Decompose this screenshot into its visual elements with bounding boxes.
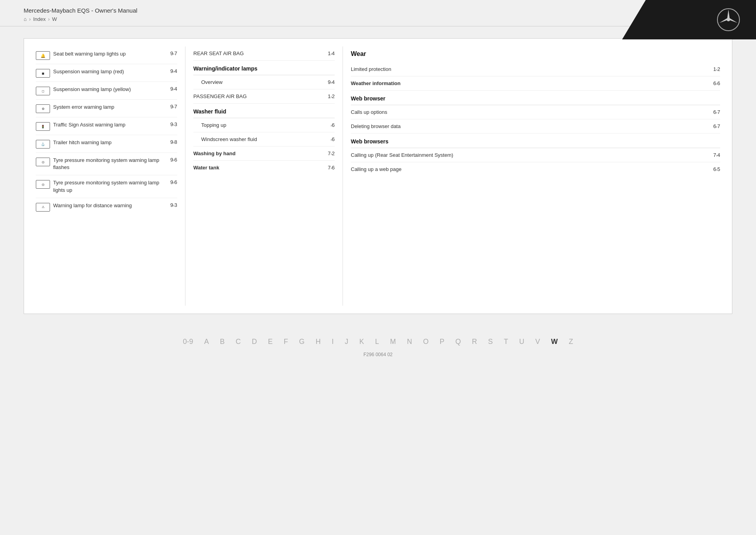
entry-label[interactable]: Suspension warning lamp (yellow) [53, 86, 167, 93]
svg-point-1 [727, 18, 730, 21]
tyre-lights-icon: ◎ [36, 180, 50, 189]
breadcrumb: ⌂ › Index › W [24, 16, 137, 22]
list-item: Water tank 7›6 [193, 161, 335, 175]
entry-page[interactable]: ›6 [331, 122, 335, 128]
entry-label[interactable]: Washing by hand [193, 150, 325, 156]
section-header-web-browsers: Web browsers [351, 134, 720, 148]
list-item: Weather information 6›6 [351, 76, 720, 91]
entry-page[interactable]: 9›4 [170, 86, 177, 92]
entry-page[interactable]: 9›8 [170, 139, 177, 145]
list-item: Limited protection 1›2 [351, 62, 720, 76]
alpha-item-b[interactable]: B [220, 338, 224, 346]
suspension-red-icon: ◼ [36, 69, 50, 78]
footer-code: F296 0064 02 [0, 350, 756, 363]
entry-label[interactable]: Calling up (Rear Seat Entertainment Syst… [351, 152, 710, 158]
entry-page[interactable]: 9›3 [170, 202, 177, 208]
alpha-item-d[interactable]: D [252, 338, 257, 346]
list-item: ⚠ Warning lamp for distance warning 9›3 [36, 198, 177, 215]
alpha-item-j[interactable]: J [345, 338, 348, 346]
alpha-item-s[interactable]: S [488, 338, 493, 346]
entry-label[interactable]: Windscreen washer fluid [201, 136, 328, 142]
entry-page[interactable]: 9›7 [170, 104, 177, 110]
right-column: Wear Limited protection 1›2 Weather info… [343, 46, 720, 306]
traffic-sign-icon: 🚦 [36, 122, 50, 131]
distance-warning-icon: ⚠ [36, 203, 50, 212]
alpha-item-i[interactable]: I [332, 338, 334, 346]
alpha-item-z[interactable]: Z [569, 338, 573, 346]
content-panel: 🔔 Seat belt warning lamp lights up 9›7 ◼… [24, 38, 732, 314]
entry-page[interactable]: 6›5 [713, 166, 720, 172]
entry-label[interactable]: Trailer hitch warning lamp [53, 139, 167, 146]
entry-page[interactable]: 9›4 [328, 79, 335, 85]
entry-page[interactable]: 6›7 [713, 109, 720, 115]
entry-page[interactable]: 1›2 [328, 93, 335, 99]
breadcrumb-sep-2: › [48, 16, 50, 22]
entry-page[interactable]: 1›4 [328, 50, 335, 56]
breadcrumb-w[interactable]: W [52, 16, 57, 22]
alpha-item-r[interactable]: R [472, 338, 477, 346]
entry-page[interactable]: 6›6 [713, 80, 720, 86]
alpha-item-p[interactable]: P [440, 338, 445, 346]
entry-label[interactable]: REAR SEAT AIR BAG [193, 50, 325, 56]
entry-page[interactable]: 9›7 [170, 50, 177, 56]
entry-label[interactable]: Deleting browser data [351, 123, 710, 129]
alpha-item-l[interactable]: L [375, 338, 379, 346]
list-item: Calling up (Rear Seat Entertainment Syst… [351, 148, 720, 162]
list-item: Washing by hand 7›2 [193, 147, 335, 161]
entry-page[interactable]: 9›6 [170, 179, 177, 185]
list-item: ◎ Tyre pressure monitoring system warnin… [36, 153, 177, 175]
list-item: ◎ Tyre pressure monitoring system warnin… [36, 175, 177, 198]
alpha-item-09[interactable]: 0-9 [183, 338, 193, 346]
breadcrumb-sep-1: › [29, 16, 31, 22]
entry-label[interactable]: Water tank [193, 165, 325, 171]
list-item: ⚙ System error warning lamp 9›7 [36, 100, 177, 117]
entry-label[interactable]: Traffic Sign Assist warning lamp [53, 121, 167, 128]
entry-label[interactable]: Warning lamp for distance warning [53, 202, 167, 209]
entry-label[interactable]: Topping up [201, 122, 328, 128]
alpha-item-c[interactable]: C [235, 338, 241, 346]
breadcrumb-index[interactable]: Index [33, 16, 46, 22]
entry-label[interactable]: Seat belt warning lamp lights up [53, 50, 167, 58]
entry-label[interactable]: Tyre pressure monitoring system warning … [53, 157, 167, 171]
entry-label[interactable]: System error warning lamp [53, 104, 167, 111]
alpha-item-g[interactable]: G [299, 338, 304, 346]
entry-label[interactable]: Limited protection [351, 66, 710, 72]
entry-label[interactable]: Weather information [351, 80, 710, 86]
trailer-hitch-icon: ⚓ [36, 140, 50, 149]
alpha-item-h[interactable]: H [315, 338, 321, 346]
entry-label[interactable]: Calling up a web page [351, 166, 710, 172]
entry-page[interactable]: 9›4 [170, 68, 177, 74]
alpha-item-u[interactable]: U [519, 338, 524, 346]
alpha-item-m[interactable]: M [390, 338, 396, 346]
entry-page[interactable]: 1›2 [713, 66, 720, 72]
alpha-item-q[interactable]: Q [456, 338, 461, 346]
alpha-item-f[interactable]: F [284, 338, 288, 346]
entry-label[interactable]: PASSENGER AIR BAG [193, 93, 325, 99]
section-header-web-browser: Web browser [351, 91, 720, 105]
entry-label[interactable]: Suspension warning lamp (red) [53, 68, 167, 75]
alpha-item-k[interactable]: K [359, 338, 364, 346]
entry-label[interactable]: Calls up options [351, 109, 710, 115]
alpha-item-w[interactable]: W [551, 338, 558, 346]
alpha-item-v[interactable]: V [536, 338, 540, 346]
entry-label[interactable]: Overview [201, 79, 325, 85]
entry-page[interactable]: 7›6 [328, 165, 335, 171]
entry-page[interactable]: 7›2 [328, 150, 335, 156]
entry-label[interactable]: Tyre pressure monitoring system warning … [53, 179, 167, 193]
header: Mercedes-Maybach EQS - Owner's Manual ⌂ … [0, 0, 756, 26]
home-icon[interactable]: ⌂ [24, 16, 27, 22]
list-item: ⚓ Trailer hitch warning lamp 9›8 [36, 135, 177, 153]
section-header-warning-lamps: Warning/indicator lamps [193, 61, 335, 75]
alpha-item-a[interactable]: A [204, 338, 209, 346]
alpha-item-o[interactable]: O [423, 338, 429, 346]
entry-page[interactable]: 9›3 [170, 121, 177, 127]
entry-page[interactable]: 9›6 [170, 157, 177, 163]
entry-page[interactable]: 7›4 [713, 152, 720, 158]
list-item: PASSENGER AIR BAG 1›2 [193, 89, 335, 104]
entry-page[interactable]: ›6 [331, 136, 335, 142]
alpha-item-t[interactable]: T [504, 338, 508, 346]
alpha-item-e[interactable]: E [268, 338, 272, 346]
seatbelt-icon: 🔔 [36, 51, 50, 60]
alpha-item-n[interactable]: N [407, 338, 412, 346]
entry-page[interactable]: 6›7 [713, 123, 720, 129]
